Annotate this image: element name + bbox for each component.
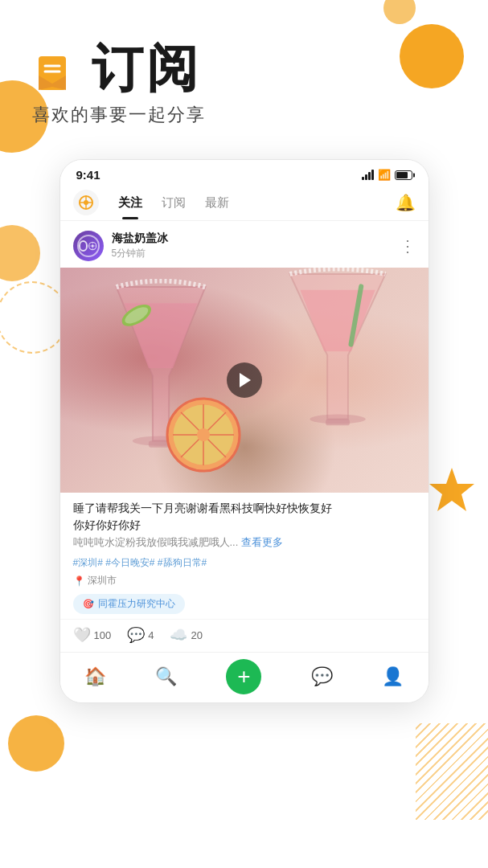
deco-lines [416,723,488,820]
deco-dashed-arc [0,281,68,354]
svg-marker-0 [429,468,474,511]
comment-count: 4 [148,629,154,641]
grapefruit-slice [163,395,244,475]
cocktail-glass-right [255,268,420,459]
bottom-nav-profile[interactable]: 👤 [382,666,404,687]
nav-logo-icon[interactable] [73,190,99,215]
share-action[interactable]: ☁️ 20 [170,626,202,644]
bottom-nav-home[interactable]: 🏠 [84,666,106,687]
nav-tabs: 关注 订阅 最新 🔔 [60,185,429,221]
hero-section: 订阅 喜欢的事要一起分享 [0,0,488,143]
svg-rect-21 [326,420,350,426]
tab-follow[interactable]: 关注 [109,192,152,214]
battery-icon [395,170,412,180]
bottom-nav: 🏠 🔍 + 💬 👤 [60,652,429,702]
profile-icon: 👤 [382,666,404,687]
wifi-icon: 📶 [378,169,391,181]
phone-mockup: 9:41 📶 关注 订阅 最新 🔔 [59,159,429,703]
post-text: 睡了请帮我关一下月亮谢谢看黑科技啊快好快恢复好 你好你好你好 吨吨吨水淀粉我放假… [73,501,416,551]
messages-icon: 💬 [311,666,333,687]
hero-title: 订阅 [32,40,456,96]
post-more-button[interactable]: ⋮ [400,236,416,256]
post-tags[interactable]: #深圳# #今日晚安# #舔狗日常# [73,556,416,570]
signal-icon [362,170,374,180]
deco-circle-left2 [0,225,40,281]
like-action[interactable]: 🤍 100 [73,626,112,644]
see-more-button[interactable]: 查看更多 [241,536,283,548]
add-icon: + [237,664,250,690]
bottom-nav-add-button[interactable]: + [226,659,261,694]
comment-icon: 💬 [127,626,145,644]
tab-subscribe[interactable]: 订阅 [152,192,195,214]
play-button[interactable] [227,362,262,398]
comment-action[interactable]: 💬 4 [127,626,154,644]
tab-latest[interactable]: 最新 [195,192,239,214]
status-icons: 📶 [362,169,412,181]
svg-point-30 [197,428,210,441]
deco-star [428,466,476,514]
bottom-nav-discover[interactable]: 🔍 [155,666,177,687]
deco-circle-bottom-left [8,715,64,772]
like-icon: 🤍 [73,626,91,644]
post-image [60,268,429,493]
post-actions: 🤍 100 💬 4 ☁️ 20 [60,619,429,652]
bottom-nav-messages[interactable]: 💬 [311,666,333,687]
post-location: 📍 深圳市 [73,574,416,588]
post-header: 海盐奶盖冰 5分钟前 ⋮ [60,221,429,268]
bell-icon[interactable]: 🔔 [396,193,416,212]
topic-tag[interactable]: 🎯 同霍压力研究中心 [73,594,185,614]
like-count: 100 [94,629,112,641]
hero-subtitle: 喜欢的事要一起分享 [32,103,456,127]
post-username[interactable]: 海盐奶盖冰 [112,231,400,246]
discover-icon: 🔍 [155,666,177,687]
share-count: 20 [191,629,202,641]
share-icon: ☁️ [170,626,187,644]
status-bar: 9:41 📶 [60,160,429,185]
post-time: 5分钟前 [112,247,400,260]
bookmark-icon [32,47,72,88]
status-time: 9:41 [76,168,100,182]
post-user-info: 海盐奶盖冰 5分钟前 [112,231,400,260]
location-pin-icon: 📍 [73,575,85,587]
topic-icon: 🎯 [83,599,94,609]
post-content: 睡了请帮我关一下月亮谢谢看黑科技啊快好快恢复好 你好你好你好 吨吨吨水淀粉我放假… [60,493,429,619]
home-icon: 🏠 [84,666,106,687]
avatar [73,231,104,261]
